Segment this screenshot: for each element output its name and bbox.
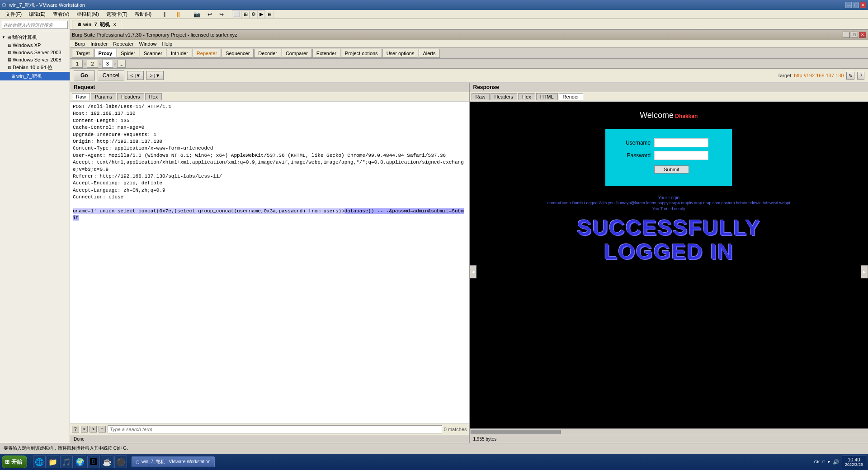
unity-icon[interactable]: ⊞	[242, 10, 250, 18]
tray-minimize[interactable]: □	[822, 460, 825, 464]
revert-icon[interactable]: ↩	[204, 10, 216, 19]
search-options-button[interactable]: ≡	[99, 426, 106, 432]
sidebar-item-label-winxp: Windows XP	[13, 42, 41, 48]
java-icon[interactable]: ☕	[101, 456, 113, 468]
sidebar-item-winxp[interactable]: 🖥 Windows XP	[0, 42, 70, 49]
tab-extender[interactable]: Extender	[312, 49, 340, 58]
search-input[interactable]	[108, 425, 442, 433]
vm-tab-win7[interactable]: 🖥 win_7_靶机 ×	[72, 20, 121, 29]
menu-tabs[interactable]: 选项卡(T)	[103, 10, 131, 19]
folder-taskbar-icon[interactable]: 📁	[47, 456, 59, 468]
tab-alerts[interactable]: Alerts	[419, 49, 439, 58]
tab-intruder[interactable]: Intruder	[167, 49, 192, 58]
menu-view[interactable]: 查看(V)	[49, 10, 73, 19]
forward-icon[interactable]: ↪	[216, 10, 227, 19]
tree-root-mycomputer[interactable]: ▼ 🖥 我的计算机	[0, 33, 70, 42]
repeater-tab-1-close[interactable]: ×	[84, 61, 86, 66]
tab-sequencer[interactable]: Sequencer	[222, 49, 254, 58]
menu-file[interactable]: 文件(F)	[2, 10, 25, 19]
display-icon[interactable]: 🖥	[265, 11, 274, 18]
burp-taskbar-icon[interactable]: 🅱	[87, 456, 100, 468]
minimize-button[interactable]: ─	[845, 2, 852, 8]
pause-icon[interactable]: ⏸	[171, 9, 185, 19]
vmware-tools-icon[interactable]: ⚙	[250, 10, 258, 18]
tab-target[interactable]: Target	[72, 49, 94, 58]
repeater-tab-more[interactable]: ...	[117, 60, 126, 68]
request-tab-raw[interactable]: Raw	[72, 93, 90, 100]
tab-repeater[interactable]: Repeater	[193, 49, 221, 58]
burp-menu-help[interactable]: Help	[160, 41, 175, 47]
tab-spider[interactable]: Spider	[117, 49, 139, 58]
tab-project-options[interactable]: Project options	[341, 49, 382, 58]
request-tab-params[interactable]: Params	[91, 93, 116, 100]
search-help-button[interactable]: ?	[72, 426, 79, 432]
request-text-area[interactable]: POST /sqli-labs/Less-11/ HTTP/1.1 Host: …	[70, 102, 469, 423]
sidebar-item-server2003[interactable]: 🖥 Windows Server 2003	[0, 49, 70, 56]
vm-icon-server2003: 🖥	[7, 50, 12, 55]
scroll-right-button[interactable]: ►	[861, 265, 868, 278]
scrollbar-thumb[interactable]	[471, 430, 561, 434]
menu-vm[interactable]: 虚拟机(M)	[73, 10, 103, 19]
snapshot-icon[interactable]: 📷	[190, 10, 204, 19]
response-scrollbar-h[interactable]	[470, 428, 868, 435]
burp-menu-burp[interactable]: Burp	[72, 41, 88, 47]
burp-window-controls[interactable]: ─ □ ✕	[843, 32, 866, 38]
sidebar-item-win7[interactable]: 🖥 win_7_靶机	[0, 72, 70, 80]
sidebar-item-server2008[interactable]: 🖥 Windows Server 2008	[0, 56, 70, 63]
cancel-button[interactable]: Cancel	[98, 70, 124, 80]
repeater-tab-1[interactable]: 1	[72, 60, 83, 68]
other-icon[interactable]: ⚫	[114, 456, 127, 468]
request-tab-hex[interactable]: Hex	[145, 93, 162, 100]
tab-comparer[interactable]: Comparer	[282, 49, 312, 58]
go-button[interactable]: Go	[74, 70, 95, 80]
send-file-icon[interactable]: ▶	[258, 10, 265, 18]
repeater-tab-2[interactable]: 2	[87, 60, 98, 68]
search-next-button[interactable]: >	[90, 426, 97, 432]
response-tab-headers[interactable]: Headers	[491, 93, 518, 100]
response-tab-hex[interactable]: Hex	[518, 93, 535, 100]
req-resp-split: Request Raw Params Headers Hex POST /sql…	[70, 83, 868, 443]
response-tab-raw[interactable]: Raw	[472, 93, 490, 100]
prev-button[interactable]: < |▼	[127, 71, 144, 80]
menu-help[interactable]: 帮助(H)	[131, 10, 155, 19]
request-tab-headers[interactable]: Headers	[117, 93, 144, 100]
sidebar-search-input[interactable]	[2, 21, 68, 29]
sidebar-item-debian[interactable]: 🖥 Debian 10.x 64 位	[0, 63, 70, 72]
window-controls[interactable]: ─ □ ✕	[845, 2, 866, 8]
vm-tab-close[interactable]: ×	[113, 22, 116, 27]
tab-user-options[interactable]: User options	[382, 49, 419, 58]
tray-audio[interactable]: 🔊	[833, 459, 839, 465]
tab-decoder[interactable]: Decoder	[254, 49, 281, 58]
repeater-tab-3-close[interactable]: ×	[114, 61, 116, 66]
burp-maximize-button[interactable]: □	[851, 32, 858, 38]
submit-button[interactable]: Submit	[654, 165, 689, 174]
repeater-tab-3[interactable]: 3	[102, 60, 113, 68]
media-player-icon[interactable]: 🎵	[60, 456, 73, 468]
burp-menu-window[interactable]: Window	[136, 41, 159, 47]
done-text: Done	[74, 437, 85, 442]
password-input[interactable]	[654, 151, 708, 160]
search-prev-button[interactable]: <	[81, 426, 88, 432]
burp-minimize-button[interactable]: ─	[843, 32, 850, 38]
target-help-button[interactable]: ?	[857, 72, 864, 80]
menu-edit[interactable]: 编辑(E)	[25, 10, 49, 19]
close-button[interactable]: ✕	[860, 2, 866, 8]
target-edit-button[interactable]: ✎	[846, 72, 854, 80]
burp-menu-repeater[interactable]: Repeater	[110, 41, 136, 47]
ie-icon[interactable]: 🌐	[33, 456, 46, 468]
maximize-button[interactable]: □	[853, 2, 859, 8]
chrome-icon[interactable]: 🌍	[74, 456, 86, 468]
tab-scanner[interactable]: Scanner	[140, 49, 166, 58]
start-button[interactable]: ⊞ 开始	[2, 456, 27, 468]
scroll-left-button[interactable]: ◄	[470, 265, 477, 278]
response-tab-render[interactable]: Render	[559, 93, 583, 100]
username-input[interactable]	[654, 138, 708, 147]
response-tab-html[interactable]: HTML	[536, 93, 558, 100]
repeater-tab-2-close[interactable]: ×	[99, 61, 101, 66]
fullscreen-icon[interactable]: ⬜	[232, 10, 242, 18]
burp-menu-intruder[interactable]: Intruder	[88, 41, 110, 47]
taskbar-vmware-button[interactable]: ⬡ win_7_靶机 - VMware Workstation	[132, 456, 215, 467]
next-button[interactable]: > |▼	[146, 71, 163, 80]
tab-proxy[interactable]: Proxy	[94, 49, 117, 58]
burp-close-button[interactable]: ✕	[859, 32, 866, 38]
